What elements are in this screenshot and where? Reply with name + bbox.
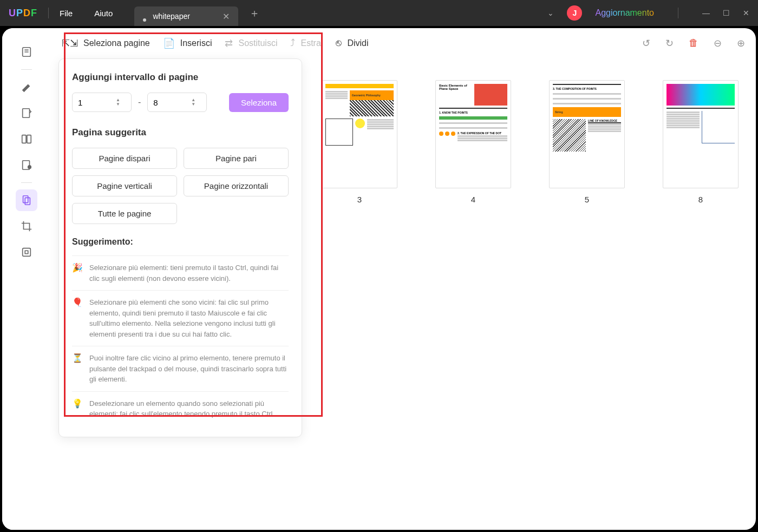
spinner-icons[interactable]: ▲▼ [191, 98, 195, 107]
maximize-icon[interactable]: ☐ [723, 9, 730, 17]
chevron-down-icon[interactable]: ⌄ [547, 9, 554, 17]
page-preview: 3. THE COMPOSITION OF POINTS String LINE… [549, 80, 625, 188]
page-thumbnail[interactable]: Basic Elements of Plane Space 1. KNOW TH… [435, 80, 511, 204]
svg-rect-7 [25, 198, 30, 205]
updf-logo: UPDF [9, 8, 37, 19]
sidebar-form-icon[interactable] [16, 128, 37, 150]
select-button[interactable]: Seleziona [229, 93, 289, 112]
sidebar-pages-icon[interactable] [16, 189, 37, 211]
odd-pages-button[interactable]: Pagine dispari [72, 148, 177, 169]
tip-text: Selezionare più elementi che sono vicini… [89, 297, 289, 339]
left-sidebar [2, 28, 51, 530]
page-preview [663, 80, 739, 188]
page-preview: Basic Elements of Plane Space 1. KNOW TH… [435, 80, 511, 188]
svg-rect-6 [23, 196, 28, 203]
bulb-icon: 💡 [72, 398, 83, 419]
replace-icon: ⇄ [225, 37, 233, 49]
split-icon: ⎋ [336, 37, 342, 49]
label: Sostituisci [238, 38, 277, 48]
suggested-title: Pagina suggerita [72, 127, 289, 138]
page-number: 4 [471, 195, 475, 204]
tip-text: Selezionare più elementi: tieni premuto … [89, 262, 289, 284]
minimize-icon[interactable]: — [702, 9, 710, 17]
sidebar-crop-icon[interactable] [16, 215, 37, 237]
sidebar-edit-icon[interactable] [16, 102, 37, 124]
party-icon: 🎉 [72, 262, 83, 284]
rotate-right-icon[interactable]: ↻ [665, 37, 674, 49]
close-tab-icon[interactable]: ✕ [223, 11, 230, 22]
label: Seleziona pagine [83, 38, 150, 48]
spinner-icons[interactable]: ▲▼ [116, 98, 120, 107]
close-window-icon[interactable]: ✕ [743, 9, 749, 17]
even-pages-button[interactable]: Pagine pari [184, 148, 289, 169]
tip-row: 🎉 Selezionare più elementi: tieni premut… [72, 255, 289, 290]
divider [678, 8, 678, 18]
select-pages-icon: ⇱⇲ [62, 37, 78, 49]
page-number: 3 [357, 195, 362, 204]
file-menu[interactable]: File [60, 9, 73, 18]
document-tab[interactable]: whitepaper ✕ [134, 6, 238, 26]
sidebar-ocr-icon[interactable] [16, 241, 37, 263]
split-button[interactable]: ⎋ Dividi [336, 37, 368, 49]
svg-rect-1 [23, 109, 30, 118]
select-pages-panel: Aggiungi intervallo di pagine ▲▼ - ▲▼ Se… [58, 58, 302, 437]
user-avatar[interactable]: J [567, 5, 582, 21]
label: Dividi [347, 38, 368, 48]
range-dash: - [138, 97, 141, 107]
all-pages-button[interactable]: Tutte le pagine [72, 203, 177, 224]
divider [21, 182, 32, 183]
tip-row: ⏳ Puoi inoltre fare clic vicino al primo… [72, 346, 289, 391]
tip-text: Deselezionare un elemento quando sono se… [89, 398, 289, 419]
vertical-pages-button[interactable]: Pagine verticali [72, 175, 177, 196]
divider [21, 69, 32, 70]
range-to-input[interactable]: ▲▼ [147, 93, 207, 112]
to-value[interactable] [153, 98, 191, 107]
horizontal-pages-button[interactable]: Pagine orizzontali [184, 175, 289, 196]
range-from-input[interactable]: ▲▼ [72, 93, 132, 112]
zoom-in-icon[interactable]: ⊕ [737, 37, 745, 49]
extract-icon: ⤴ [290, 37, 295, 49]
sidebar-reader-icon[interactable] [16, 41, 37, 63]
insert-button[interactable]: 📄 Inserisci [163, 37, 212, 49]
page-number: 8 [698, 195, 703, 204]
zoom-out-icon[interactable]: ⊖ [714, 37, 722, 49]
new-tab-button[interactable]: ＋ [249, 6, 260, 21]
tab-title: whitepaper [153, 12, 190, 21]
divider [48, 8, 49, 18]
help-menu[interactable]: Aiuto [94, 9, 113, 18]
tip-row: 💡 Deselezionare un elemento quando sono … [72, 391, 289, 426]
hourglass-icon: ⏳ [72, 353, 83, 385]
sidebar-protect-icon[interactable] [16, 154, 37, 176]
svg-point-5 [28, 166, 31, 169]
tab-indicator [143, 18, 146, 22]
page-thumbnail[interactable]: 8 [663, 80, 739, 204]
sidebar-highlight-icon[interactable] [16, 76, 37, 98]
tip-text: Puoi inoltre fare clic vicino al primo e… [89, 353, 289, 385]
titlebar: UPDF File Aiuto whitepaper ✕ ＋ ⌄ J Aggio… [0, 0, 758, 26]
label: Inserisci [180, 38, 212, 48]
page-preview: Geometric Philosophy [322, 80, 397, 188]
balloon-icon: 🎈 [72, 297, 83, 339]
svg-rect-3 [27, 135, 31, 143]
from-value[interactable] [78, 98, 116, 107]
svg-rect-8 [23, 248, 31, 257]
label: Estrai [300, 38, 323, 48]
page-number: 5 [585, 195, 589, 204]
panel-title: Aggiungi intervallo di pagine [72, 72, 289, 83]
page-thumbnail[interactable]: 3. THE COMPOSITION OF POINTS String LINE… [549, 80, 625, 204]
replace-button[interactable]: ⇄ Sostituisci [225, 37, 277, 49]
extract-button[interactable]: ⤴ Estrai [290, 37, 323, 49]
tip-row: 🎈 Selezionare più elementi che sono vici… [72, 290, 289, 346]
delete-icon[interactable]: 🗑 [689, 37, 698, 49]
svg-rect-2 [22, 135, 26, 143]
update-label[interactable]: Aggiornamento [595, 8, 654, 18]
page-thumbnail[interactable]: Geometric Philosophy 3 [322, 80, 397, 204]
page-toolbar: ⇱⇲ Seleziona pagine 📄 Inserisci ⇄ Sostit… [51, 28, 756, 58]
tips-title: Suggerimento: [72, 237, 289, 247]
insert-icon: 📄 [163, 37, 175, 49]
rotate-left-icon[interactable]: ↺ [642, 37, 650, 49]
select-pages-button[interactable]: ⇱⇲ Seleziona pagine [62, 37, 150, 49]
